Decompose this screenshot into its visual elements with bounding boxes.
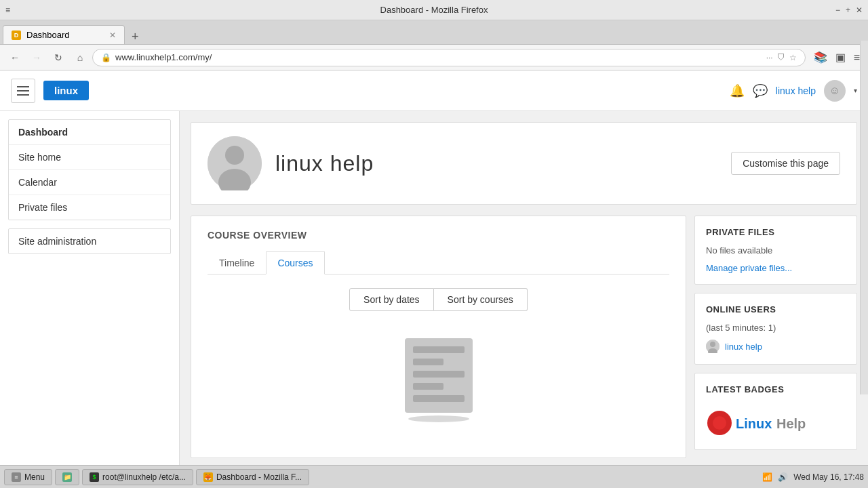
header-avatar[interactable]: ☺	[824, 80, 846, 102]
right-panels: PRIVATE FILES No files available Manage …	[694, 216, 857, 458]
taskbar-file-icon: 📁	[62, 472, 72, 482]
course-empty-state	[208, 325, 669, 436]
private-files-title: PRIVATE FILES	[706, 227, 846, 237]
main-content: linux help Customise this page COURSE OV…	[180, 111, 868, 469]
taskbar-file-manager[interactable]: 📁	[55, 469, 79, 485]
course-icon-line-5	[413, 395, 465, 402]
tab-courses[interactable]: Courses	[266, 251, 324, 274]
taskbar: ≡ Menu 📁 $ root@linuxhelp /etc/a... 🦊 Da…	[0, 465, 868, 488]
course-empty-icon	[405, 338, 473, 413]
sidebar-item-calendar[interactable]: Calendar	[9, 169, 170, 195]
hamburger-line-2	[17, 90, 29, 92]
nav-bar: ← → ↻ ⌂ 🔒 www.linuxhelp1.com/my/ ··· ⛉ ☆…	[0, 45, 868, 70]
course-icon-line-2	[413, 359, 444, 365]
customise-page-btn[interactable]: Customise this page	[731, 152, 840, 175]
new-tab-btn[interactable]: +	[127, 30, 143, 44]
hamburger-btn[interactable]	[11, 79, 35, 103]
notification-bell-icon[interactable]: 🔔	[730, 83, 745, 98]
hamburger-line-3	[17, 94, 29, 96]
taskbar-browser-icon: 🦊	[203, 472, 213, 482]
url-bar[interactable]: 🔒 www.linuxhelp1.com/my/ ··· ⛉ ☆	[92, 49, 806, 66]
sidebar-toggle-btn[interactable]: ▣	[833, 49, 848, 65]
moodle-header: linux 🔔 💬 linux help ☺ ▾	[0, 70, 868, 111]
sort-by-courses-btn[interactable]: Sort by courses	[434, 288, 528, 311]
browser-tab[interactable]: D Dashboard ✕	[3, 25, 125, 44]
sidebar-item-site-home[interactable]: Site home	[9, 144, 170, 169]
reload-btn[interactable]: ↻	[49, 49, 68, 66]
header-dropdown-arrow[interactable]: ▾	[854, 87, 857, 94]
online-users-panel: ONLINE USERS (last 5 minutes: 1) linux h…	[694, 293, 857, 365]
url-lock-icon: 🔒	[101, 53, 111, 62]
url-more-icon[interactable]: ···	[766, 53, 773, 62]
profile-avatar	[208, 136, 262, 190]
course-overview-title: COURSE OVERVIEW	[208, 230, 669, 241]
online-user-avatar	[706, 340, 719, 353]
taskbar-menu-icon: ≡	[12, 472, 21, 482]
online-user-link[interactable]: linux help	[725, 342, 762, 352]
private-files-no-files: No files available	[706, 245, 846, 256]
course-icon-line-4	[413, 383, 444, 390]
tab-timeline[interactable]: Timeline	[208, 251, 266, 274]
latest-badges-title: LATEST BADGES	[706, 384, 846, 394]
url-actions: ··· ⛉ ☆	[766, 53, 797, 62]
url-star-icon[interactable]: ☆	[789, 53, 797, 62]
sidebar-item-site-admin[interactable]: Site administration	[9, 229, 170, 253]
svg-text:Linux: Linux	[736, 416, 772, 431]
svg-point-7	[713, 416, 726, 430]
taskbar-menu-btn[interactable]: ≡ Menu	[4, 469, 52, 485]
scrollbar[interactable]	[860, 41, 868, 394]
profile-name: linux help	[275, 151, 374, 176]
taskbar-browser[interactable]: 🦊 Dashboard - Mozilla F...	[196, 469, 309, 485]
window-controls: − + ✕	[835, 5, 863, 15]
window-title: Dashboard - Mozilla Firefox	[380, 5, 488, 15]
sidebar-admin-section: Site administration	[8, 228, 171, 254]
svg-point-1	[225, 146, 244, 165]
taskbar-terminal-icon: $	[90, 472, 99, 482]
taskbar-menu-label: Menu	[24, 472, 45, 482]
taskbar-right: 📶 🔊 Wed May 16, 17:48	[762, 472, 864, 482]
chat-icon[interactable]: 💬	[753, 83, 768, 98]
back-btn[interactable]: ←	[5, 49, 24, 66]
forward-btn[interactable]: →	[27, 49, 46, 66]
profile-section: linux help Customise this page	[191, 122, 857, 205]
sidebar-item-private-files[interactable]: Private files	[9, 195, 170, 220]
course-icon-line-3	[413, 371, 465, 378]
taskbar-browser-label: Dashboard - Mozilla F...	[216, 472, 302, 482]
library-btn[interactable]: 📚	[811, 49, 830, 65]
site-name-btn[interactable]: linux	[43, 81, 89, 100]
sidebar: Dashboard Site home Calendar Private fil…	[0, 111, 180, 469]
course-icon-line-1	[413, 346, 465, 353]
content-area: Dashboard Site home Calendar Private fil…	[0, 111, 868, 469]
home-btn[interactable]: ⌂	[71, 49, 90, 66]
two-column-layout: COURSE OVERVIEW Timeline Courses Sort by…	[191, 216, 857, 458]
private-files-panel: PRIVATE FILES No files available Manage …	[694, 216, 857, 285]
url-text: www.linuxhelp1.com/my/	[115, 52, 766, 62]
nav-right-icons: 📚 ▣ ≡	[811, 49, 863, 65]
online-users-title: ONLINE USERS	[706, 304, 846, 314]
header-username[interactable]: linux help	[776, 85, 816, 96]
minimize-btn[interactable]: −	[835, 5, 840, 15]
taskbar-network-icon: 📶	[762, 472, 772, 482]
taskbar-terminal-label: root@linuxhelp /etc/a...	[102, 472, 186, 482]
online-users-count: (last 5 minutes: 1)	[706, 323, 846, 333]
svg-text:Help: Help	[776, 416, 806, 431]
tab-favicon: D	[12, 30, 21, 40]
url-bookmark-icon[interactable]: ⛉	[777, 53, 785, 62]
maximize-btn[interactable]: +	[846, 5, 850, 15]
taskbar-datetime: Wed May 16, 17:48	[793, 472, 864, 482]
window-menu[interactable]: ≡	[5, 5, 10, 15]
latest-badges-panel: LATEST BADGES Linux Help	[694, 373, 857, 450]
close-btn[interactable]: ✕	[856, 5, 863, 15]
taskbar-terminal[interactable]: $ root@linuxhelp /etc/a...	[82, 469, 193, 485]
course-tabs-row: Timeline Courses	[208, 251, 669, 274]
sort-by-dates-btn[interactable]: Sort by dates	[349, 288, 434, 311]
course-overview-panel: COURSE OVERVIEW Timeline Courses Sort by…	[191, 216, 686, 458]
sort-buttons-group: Sort by dates Sort by courses	[208, 288, 669, 311]
title-bar: ≡ Dashboard - Mozilla Firefox − + ✕	[0, 0, 868, 20]
tab-close-btn[interactable]: ✕	[109, 30, 116, 40]
header-icons: 🔔 💬 linux help ☺ ▾	[730, 80, 857, 102]
hamburger-line-1	[17, 86, 29, 87]
tab-title: Dashboard	[26, 30, 70, 40]
taskbar-sound-icon: 🔊	[778, 472, 788, 482]
manage-private-files-link[interactable]: Manage private files...	[706, 263, 792, 273]
